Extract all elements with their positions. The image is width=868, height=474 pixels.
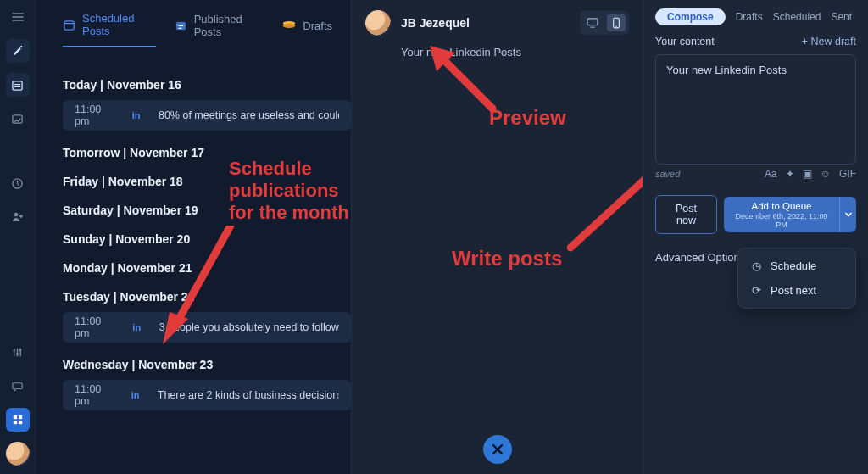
slot-text: 80% of meetings are useless and could be… xyxy=(159,109,339,121)
schedule-body: Today | November 16 11:00 pm in 80% of m… xyxy=(36,53,351,410)
schedule-tabs: Scheduled Posts Published Posts Drafts xyxy=(36,0,351,53)
sparkle-icon[interactable]: ✦ xyxy=(786,168,794,180)
chat-icon[interactable] xyxy=(6,374,30,398)
compose-tab-compose[interactable]: Compose xyxy=(655,8,726,25)
desktop-icon[interactable] xyxy=(583,14,602,31)
svg-rect-16 xyxy=(587,19,598,25)
user-add-icon[interactable] xyxy=(6,205,30,229)
queue-dropdown-menu: ◷ Schedule ⟳ Post next xyxy=(737,248,856,309)
slot-time: 11:00 pm xyxy=(75,103,117,127)
schedule-column: Scheduled Posts Published Posts Drafts T… xyxy=(36,0,351,474)
emoji-icon[interactable]: ☺ xyxy=(821,168,831,180)
linkedin-icon: in xyxy=(132,322,143,332)
gif-button[interactable]: GIF xyxy=(839,168,856,180)
calendar-list-icon[interactable] xyxy=(6,73,30,97)
tab-published[interactable]: Published Posts xyxy=(175,13,264,47)
slot-time: 11:00 pm xyxy=(75,315,117,339)
calendar-icon xyxy=(63,18,75,31)
image-insert-icon[interactable]: ▣ xyxy=(803,168,812,180)
author-avatar xyxy=(365,10,391,36)
slot-text: 3 people you absolutely need to follow a… xyxy=(159,321,339,333)
format-icon[interactable]: Aa xyxy=(765,168,777,180)
preview-column: JB Jezequel Your new Linkedin Posts Prev… xyxy=(351,0,643,474)
sliders-icon[interactable] xyxy=(6,340,30,364)
linkedin-icon: in xyxy=(131,390,142,400)
post-now-button[interactable]: Post now xyxy=(655,195,717,234)
author-name: JB Jezequel xyxy=(401,16,570,30)
day-heading: Today | November 16 xyxy=(63,78,351,92)
slot-time: 11:00 pm xyxy=(75,383,116,407)
day-heading: Wednesday | November 23 xyxy=(63,358,351,371)
svg-rect-0 xyxy=(13,81,22,89)
svg-point-6 xyxy=(19,349,22,351)
svg-point-14 xyxy=(283,24,295,28)
avatar[interactable] xyxy=(6,442,30,466)
compose-tab-sent[interactable]: Sent xyxy=(831,11,852,23)
scheduled-slot[interactable]: 11:00 pm in 3 people you absolutely need… xyxy=(63,312,351,343)
published-icon xyxy=(175,19,187,32)
next-icon: ⟳ xyxy=(750,284,762,297)
scheduled-slot[interactable]: 11:00 pm in There are 2 kinds of busines… xyxy=(63,380,351,410)
tab-label: Published Posts xyxy=(194,13,264,38)
image-icon[interactable] xyxy=(6,107,30,131)
tab-label: Scheduled Posts xyxy=(82,12,156,37)
day-heading: Tomorrow | November 17 xyxy=(63,146,351,159)
day-heading: Friday | November 18 xyxy=(63,175,351,188)
left-rail xyxy=(0,0,36,474)
device-toggle xyxy=(580,11,629,35)
menu-item-schedule[interactable]: ◷ Schedule xyxy=(738,254,855,278)
queue-label: Add to Queue xyxy=(752,201,812,211)
drafts-icon xyxy=(282,19,296,32)
grid-icon[interactable] xyxy=(6,408,30,432)
day-heading: Tuesday | November 22 xyxy=(63,290,351,304)
menu-item-post-next[interactable]: ⟳ Post next xyxy=(738,278,855,303)
scheduled-slot[interactable]: 11:00 pm in 80% of meetings are useless … xyxy=(63,100,351,131)
mobile-icon[interactable] xyxy=(607,14,626,31)
menu-icon[interactable] xyxy=(6,5,30,29)
content-editor[interactable]: Your new Linkedin Posts xyxy=(655,54,856,165)
svg-point-18 xyxy=(615,25,617,27)
tab-drafts[interactable]: Drafts xyxy=(282,19,332,41)
day-heading: Monday | November 21 xyxy=(63,261,351,275)
queue-sublabel: December 6th, 2022, 11:00 PM xyxy=(734,212,829,230)
saved-indicator: saved xyxy=(655,169,680,179)
pencil-icon[interactable] xyxy=(6,39,30,63)
svg-rect-11 xyxy=(64,20,74,29)
compose-tab-scheduled[interactable]: Scheduled xyxy=(773,11,821,23)
editor-text: Your new Linkedin Posts xyxy=(666,64,787,76)
queue-button-group: Add to Queue December 6th, 2022, 11:00 P… xyxy=(724,197,856,233)
add-to-queue-button[interactable]: Add to Queue December 6th, 2022, 11:00 P… xyxy=(724,197,839,233)
day-heading: Sunday | November 20 xyxy=(63,232,351,246)
day-heading: Saturday | November 19 xyxy=(63,204,351,217)
svg-rect-9 xyxy=(13,421,16,424)
annotation-write: Write posts xyxy=(452,247,562,270)
annotation-preview: Preview xyxy=(489,106,566,130)
menu-label: Post next xyxy=(771,284,816,297)
svg-point-5 xyxy=(16,353,19,355)
svg-rect-8 xyxy=(18,415,21,419)
tab-scheduled[interactable]: Scheduled Posts xyxy=(63,12,156,47)
linkedin-icon: in xyxy=(132,110,143,120)
new-draft-link[interactable]: + New draft xyxy=(802,36,856,47)
compose-tab-drafts[interactable]: Drafts xyxy=(736,11,763,23)
svg-rect-10 xyxy=(18,421,21,424)
svg-point-3 xyxy=(14,213,18,217)
close-button[interactable] xyxy=(483,435,512,464)
svg-point-4 xyxy=(13,349,15,352)
slot-text: There are 2 kinds of business decisions:… xyxy=(158,389,339,401)
your-content-label: Your content xyxy=(655,36,715,47)
menu-label: Schedule xyxy=(771,259,816,272)
queue-dropdown-button[interactable] xyxy=(839,197,856,233)
svg-rect-7 xyxy=(13,415,16,419)
compose-tabs: Compose Drafts Scheduled Sent xyxy=(655,8,856,25)
clock-icon[interactable] xyxy=(6,171,30,195)
clock-icon: ◷ xyxy=(750,259,762,272)
preview-body: Your new Linkedin Posts xyxy=(352,46,643,59)
tab-label: Drafts xyxy=(303,20,332,32)
compose-column: Compose Drafts Scheduled Sent Your conte… xyxy=(643,0,868,474)
